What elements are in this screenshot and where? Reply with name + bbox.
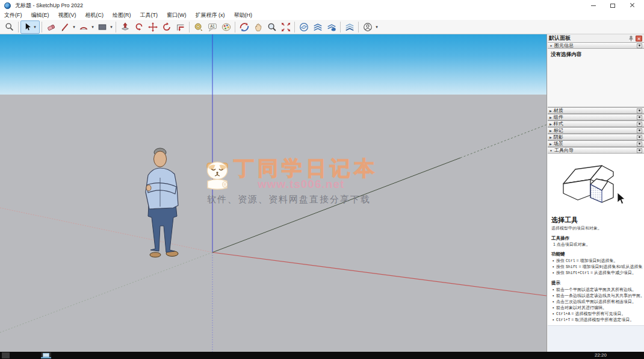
section-detach-button[interactable] [637, 122, 642, 126]
section-entity-info[interactable]: 图元信息 [548, 42, 644, 49]
section-styles[interactable]: 样式 [548, 120, 644, 127]
section-fill-button[interactable] [324, 20, 338, 34]
menu-draw[interactable]: 绘图(R) [113, 11, 131, 19]
menu-view[interactable]: 视图(V) [58, 11, 76, 19]
orbit-icon [239, 22, 250, 33]
sketchup-window: 无标题 - SketchUp Pro 2022 文件(F) 编辑(E) 视图(V… [0, 0, 644, 359]
section-components[interactable]: 组件 [548, 114, 644, 120]
section-detach-button[interactable] [637, 108, 642, 113]
default-panel: 默认面板 图元信息 没有选择内容 材质 组件 样式 标记 阴影 [546, 34, 644, 352]
paint-bucket-icon [221, 22, 232, 33]
search-tool-button[interactable] [2, 20, 16, 34]
section-label: 标记 [554, 127, 563, 134]
section-plane-icon [299, 22, 309, 33]
model-viewport[interactable]: 丁同学日记本 www.ts006.net 软件、资源、资料网盘直接分享下载 [0, 34, 546, 352]
taskbar-app-icon[interactable] [41, 352, 51, 358]
menu-file[interactable]: 文件(F) [4, 11, 22, 19]
pan-hand-icon [253, 22, 264, 33]
scale-figure [146, 148, 178, 257]
panel-empty-area [548, 325, 644, 352]
menu-window[interactable]: 窗口(W) [167, 11, 187, 19]
entity-info-empty-text: 没有选择内容 [551, 51, 641, 58]
section-plane-tool-button[interactable] [297, 20, 311, 34]
menu-help[interactable]: 帮助(H) [234, 11, 253, 19]
close-button[interactable] [622, 0, 642, 11]
scene-graphics [0, 34, 546, 352]
section-detach-button[interactable] [637, 148, 642, 153]
red-axis-line [212, 252, 546, 296]
dropdown-caret-icon [72, 20, 76, 34]
drawing-axes [0, 34, 546, 352]
push-pull-tool-button[interactable] [118, 20, 132, 34]
instructor-tips-heading: 提示 [551, 280, 644, 286]
instructor-op-item: 1 点击项目或对象。 [551, 242, 644, 247]
section-detach-button[interactable] [637, 142, 642, 146]
minimize-button[interactable] [584, 0, 603, 11]
section-label: 组件 [554, 114, 563, 120]
list-item: Ctrl+T = 取消选择模型中所有选定项目。 [551, 317, 643, 323]
section-display-icon [344, 22, 355, 33]
zoom-extents-icon [280, 22, 291, 33]
tape-measure-tool-button[interactable] [191, 20, 205, 34]
section-detach-button[interactable] [637, 128, 642, 133]
text-tool-button[interactable]: A1 [205, 20, 219, 34]
zoom-extents-tool-button[interactable] [279, 20, 293, 34]
list-item: Ctrl+A = 选择模型中所有可见项目。 [551, 311, 643, 317]
menu-extensions[interactable]: 扩展程序 (x) [196, 11, 225, 19]
section-cuts-button[interactable] [311, 20, 324, 34]
menu-tools[interactable]: 工具(T) [140, 11, 158, 19]
title-bar: 无标题 - SketchUp Pro 2022 [0, 0, 644, 11]
account-button[interactable] [361, 20, 374, 34]
instructor-keys-heading: 功能键 [551, 251, 644, 257]
offset-tool-button[interactable] [173, 20, 187, 34]
pencil-icon [60, 22, 70, 33]
taskbar-clock[interactable]: 22:20 [595, 352, 607, 358]
instructor-tool-title: 选择工具 [551, 216, 644, 225]
menu-edit[interactable]: 编辑(E) [31, 11, 49, 19]
section-display-button[interactable] [342, 20, 356, 34]
eraser-tool-button[interactable] [44, 20, 58, 34]
list-item: 按住 Shift = 增加项目到选择集和/或从选择集 [551, 264, 643, 270]
panel-close-button[interactable] [636, 36, 642, 42]
green-axis-dotted [0, 252, 212, 332]
follow-me-tool-button[interactable] [132, 20, 146, 34]
list-item: 双击对象以对其进行编辑。 [551, 305, 643, 311]
green-axis-far-dotted [460, 125, 546, 158]
rectangle-tool-button[interactable] [95, 20, 109, 34]
pan-tool-button[interactable] [251, 20, 265, 34]
tips-list: 双击一个平面以选定该平面及其所有边线。 双击一条边线以选定该边线及与其共享的平面… [551, 287, 644, 323]
zoom-icon [267, 22, 277, 33]
section-shadows[interactable]: 阴影 [548, 134, 644, 140]
panel-title-bar: 默认面板 [547, 34, 644, 42]
svg-text:A1: A1 [210, 23, 215, 28]
menu-camera[interactable]: 相机(C) [85, 11, 104, 19]
list-item: 按住 Shift+Ctrl = 从选择集中减少项目。 [551, 270, 643, 276]
pin-icon[interactable] [628, 36, 634, 42]
push-pull-icon [120, 22, 131, 33]
section-detach-button[interactable] [637, 135, 642, 140]
section-detach-button[interactable] [637, 43, 642, 48]
section-materials[interactable]: 材质 [548, 107, 644, 114]
select-tool-button[interactable] [20, 20, 40, 34]
maximize-button[interactable] [603, 0, 622, 11]
section-fill-icon [326, 22, 337, 33]
section-tags[interactable]: 标记 [548, 127, 644, 134]
section-detach-button[interactable] [637, 115, 642, 120]
follow-me-icon [134, 22, 144, 33]
section-scenes[interactable]: 场景 [548, 140, 644, 147]
move-icon [147, 22, 158, 33]
rotate-tool-button[interactable] [159, 20, 173, 34]
dropdown-caret-icon [33, 20, 37, 34]
line-tool-button[interactable] [58, 20, 72, 34]
move-tool-button[interactable] [146, 20, 159, 34]
paint-bucket-tool-button[interactable] [219, 20, 233, 34]
panel-title: 默认面板 [549, 34, 571, 42]
menu-bar: 文件(F) 编辑(E) 视图(V) 相机(C) 绘图(R) 工具(T) 窗口(W… [0, 11, 644, 20]
section-instructor[interactable]: 工具向导 [548, 147, 644, 154]
arc-tool-button[interactable] [76, 20, 90, 34]
instructor-illustration [555, 155, 634, 214]
orbit-tool-button[interactable] [237, 20, 251, 34]
zoom-tool-button[interactable] [265, 20, 279, 34]
start-button-icon[interactable] [2, 352, 10, 358]
section-label: 图元信息 [554, 42, 574, 49]
